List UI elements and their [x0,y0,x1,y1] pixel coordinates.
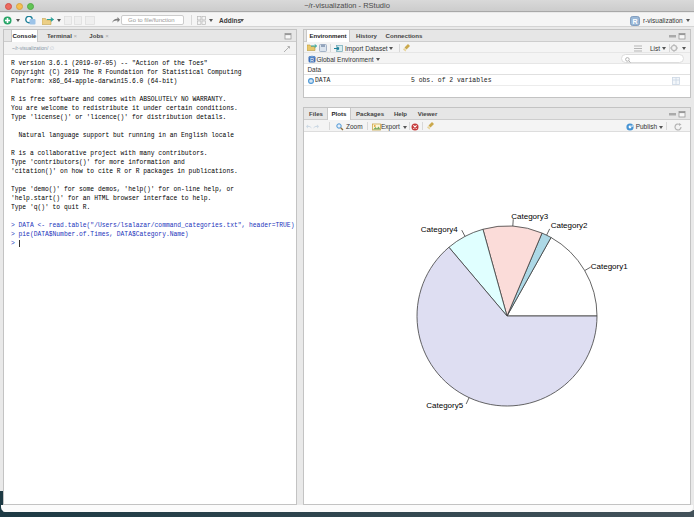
svg-text:Category3: Category3 [511,212,548,221]
svg-text:Category1: Category1 [591,262,628,271]
svg-text:R: R [632,17,637,24]
svg-text:Category2: Category2 [551,221,588,230]
svg-text:Category4: Category4 [421,225,458,234]
svg-text:R: R [310,57,314,63]
svg-text:Category5: Category5 [426,401,463,410]
